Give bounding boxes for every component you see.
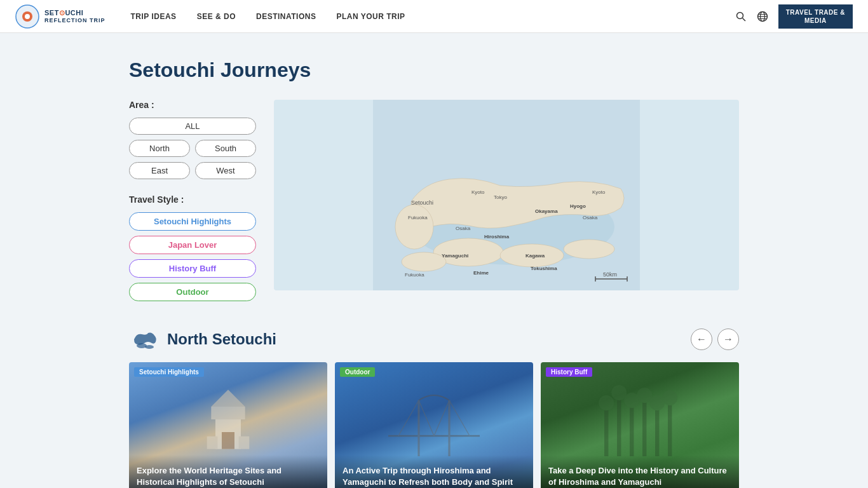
style-outdoor-button[interactable]: Outdoor	[129, 283, 256, 301]
svg-text:Okayama: Okayama	[535, 208, 558, 214]
svg-point-15	[402, 252, 446, 271]
style-setouchi-button[interactable]: Setouchi Highlights	[129, 212, 256, 231]
svg-point-16	[395, 205, 433, 249]
area-buttons: ALL North South East West	[129, 118, 256, 179]
card-2-title: An Active Trip through Hiroshima and Yam…	[342, 465, 526, 488]
svg-text:Yamaguchi: Yamaguchi	[442, 253, 468, 259]
card-3-overlay: Take a Deep Dive into the History and Cu…	[541, 455, 739, 488]
north-title-area: North Setouchi	[129, 327, 276, 352]
logo[interactable]: SET⊙UCHI REFLECTION TRIP	[15, 4, 105, 29]
svg-line-47	[398, 400, 419, 436]
style-buttons: Setouchi Highlights Japan Lover History …	[129, 212, 256, 301]
svg-rect-52	[617, 395, 621, 456]
logo-text: SET⊙UCHI REFLECTION TRIP	[44, 9, 105, 24]
map-svg: Setouchi Kyoto Tokyo Osaka Fukuoka Hiros…	[274, 100, 739, 290]
svg-text:Osaka: Osaka	[583, 215, 598, 220]
svg-rect-56	[668, 400, 672, 456]
svg-text:Setouchi: Setouchi	[411, 200, 433, 206]
svg-text:Tokushima: Tokushima	[531, 266, 557, 271]
svg-point-14	[564, 240, 614, 259]
card-1-badge: Setouchi Highlights	[134, 367, 204, 377]
travel-style-label: Travel Style :	[129, 194, 256, 205]
north-section-header: North Setouchi ← →	[129, 327, 739, 352]
svg-rect-41	[222, 432, 234, 449]
language-button[interactable]	[757, 11, 768, 22]
north-next-button[interactable]: →	[717, 329, 739, 350]
north-card-1[interactable]: Setouchi Highlights Explore the World He…	[129, 362, 327, 488]
main-nav: TRIP IDEAS SEE & DO DESTINATIONS PLAN YO…	[131, 12, 735, 21]
card-1-title: Explore the World Heritage Sites and His…	[137, 465, 320, 488]
svg-text:Hyogo: Hyogo	[570, 203, 586, 209]
trade-media-button[interactable]: TRAVEL TRADE & MEDIA	[778, 4, 853, 29]
card-3-title: Take a Deep Dive into the History and Cu…	[548, 465, 731, 488]
svg-line-49	[434, 400, 449, 436]
nav-destinations[interactable]: DESTINATIONS	[256, 12, 316, 21]
area-east-button[interactable]: East	[129, 162, 190, 179]
card-1-overlay: Explore the World Heritage Sites and His…	[129, 455, 327, 488]
svg-rect-43	[239, 437, 250, 449]
svg-rect-53	[630, 403, 634, 456]
main-content: Setouchi Journeys Area : ALL North South…	[116, 33, 752, 488]
area-label: Area :	[129, 100, 256, 110]
style-japan-button[interactable]: Japan Lover	[129, 236, 256, 254]
header: SET⊙UCHI REFLECTION TRIP TRIP IDEAS SEE …	[0, 0, 868, 33]
svg-marker-40	[211, 390, 245, 407]
svg-text:Fukuoka: Fukuoka	[405, 272, 424, 278]
filters-panel: Area : ALL North South East West Travel …	[129, 100, 256, 301]
svg-rect-42	[207, 437, 218, 449]
svg-text:50km: 50km	[603, 271, 617, 278]
north-setouchi-icon	[129, 327, 159, 352]
svg-rect-54	[642, 398, 646, 456]
svg-line-48	[419, 400, 434, 436]
north-cards-grid: Setouchi Highlights Explore the World He…	[129, 362, 739, 488]
north-prev-button[interactable]: ←	[691, 329, 712, 350]
svg-rect-51	[604, 405, 608, 456]
area-north-button[interactable]: North	[129, 140, 190, 157]
svg-text:Kyoto: Kyoto	[592, 189, 606, 195]
svg-text:Kagawa: Kagawa	[526, 253, 545, 259]
nav-plan[interactable]: PLAN YOUR TRIP	[336, 12, 405, 21]
card-2-overlay: An Active Trip through Hiroshima and Yam…	[335, 455, 533, 488]
area-south-button[interactable]: South	[195, 140, 256, 157]
search-icon	[735, 11, 747, 22]
svg-text:Hiroshima: Hiroshima	[484, 234, 510, 240]
north-section-title: North Setouchi	[167, 330, 276, 348]
svg-line-4	[742, 18, 745, 21]
svg-point-57	[599, 395, 614, 410]
search-button[interactable]	[735, 11, 747, 22]
filters-map-area: Area : ALL North South East West Travel …	[129, 100, 739, 301]
north-section: North Setouchi ← → Setouchi Highlights	[129, 327, 739, 488]
svg-text:Ehime: Ehime	[473, 270, 489, 276]
svg-point-2	[25, 14, 30, 19]
svg-point-62	[662, 390, 677, 405]
north-card-2[interactable]: Outdoor An Active Trip through Hiroshima…	[335, 362, 533, 488]
svg-point-60	[637, 388, 652, 403]
globe-icon	[757, 11, 768, 22]
svg-rect-39	[211, 407, 245, 419]
logo-icon	[15, 4, 39, 29]
area-west-button[interactable]: West	[195, 162, 256, 179]
area-all-button[interactable]: ALL	[129, 118, 256, 135]
north-card-3[interactable]: History Buff Take a De	[541, 362, 739, 488]
nav-see-do[interactable]: SEE & DO	[197, 12, 236, 21]
svg-rect-55	[655, 405, 659, 456]
svg-line-50	[449, 400, 470, 436]
map-container: Setouchi Kyoto Tokyo Osaka Fukuoka Hiros…	[274, 100, 739, 290]
svg-point-3	[736, 12, 743, 18]
header-actions: TRAVEL TRADE & MEDIA	[735, 4, 853, 29]
svg-text:Tokyo: Tokyo	[494, 194, 507, 200]
svg-point-58	[611, 385, 627, 400]
style-history-button[interactable]: History Buff	[129, 259, 256, 278]
svg-text:Fukuoka: Fukuoka	[408, 215, 428, 220]
svg-point-37	[145, 345, 154, 349]
svg-text:Osaka: Osaka	[456, 226, 471, 231]
north-nav-arrows: ← →	[691, 329, 739, 350]
nav-trip-ideas[interactable]: TRIP IDEAS	[131, 12, 177, 21]
svg-text:Kyoto: Kyoto	[471, 189, 485, 195]
page-title: Setouchi Journeys	[129, 58, 739, 82]
